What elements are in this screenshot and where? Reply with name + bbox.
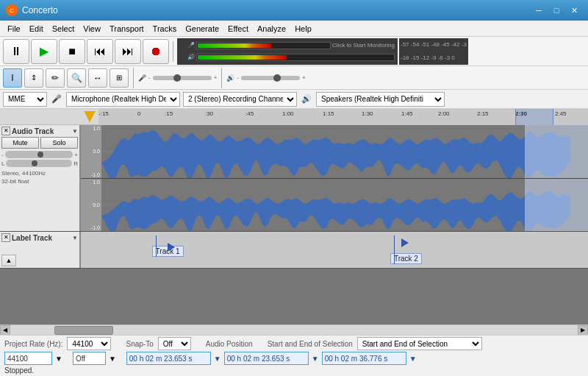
label-track-name: Label Track xyxy=(10,234,72,242)
label-item-2: Track 2 xyxy=(390,235,422,264)
label-track-controls: ✕ Label Track ▼ ▲ xyxy=(0,232,81,268)
label-item-1: Track 1 xyxy=(152,235,184,257)
scroll-left-button[interactable]: ◀ xyxy=(0,325,10,336)
label-track-header: ✕ Label Track ▼ xyxy=(1,233,78,242)
solo-button[interactable]: Solo xyxy=(40,137,78,149)
menu-effect[interactable]: Effect xyxy=(223,23,253,35)
channel1-waveform[interactable] xyxy=(101,125,588,178)
selection-tool-button[interactable]: I xyxy=(3,68,22,88)
menu-view[interactable]: View xyxy=(79,23,105,35)
svg-marker-3 xyxy=(401,238,409,247)
mute-button[interactable]: Mute xyxy=(1,137,39,149)
pan-left: L xyxy=(1,160,4,167)
menu-help[interactable]: Help xyxy=(290,23,316,35)
zoom-tool-button[interactable]: 🔍 xyxy=(67,68,86,88)
draw-tool-button[interactable]: ✏ xyxy=(46,68,65,88)
stopped-label: Stopped. xyxy=(4,366,34,375)
waveform-svg-2 xyxy=(101,179,588,232)
stop-button[interactable]: ■ xyxy=(59,39,85,64)
scale-bot2: -1.0 xyxy=(82,225,100,230)
track-name-label: Audio Track xyxy=(10,127,72,135)
scroll-right-button[interactable]: ▶ xyxy=(578,325,588,336)
menu-edit[interactable]: Edit xyxy=(25,23,48,35)
sel-end-input[interactable] xyxy=(322,352,406,365)
horizontal-scrollbar: ◀ ▶ xyxy=(0,324,588,335)
scale-mid2: 0.0 xyxy=(82,202,100,207)
selection-type-select[interactable]: Start and End of Selection xyxy=(357,337,482,350)
track-close-button[interactable]: ✕ xyxy=(1,127,10,135)
title-bar: C Concerto ─ □ ✕ xyxy=(0,0,588,21)
skip-start-button[interactable]: ⏮ xyxy=(87,39,113,64)
track-bit-label: 32-bit float xyxy=(1,177,78,185)
menu-transport[interactable]: Transport xyxy=(105,23,148,35)
menu-bar: File Edit Select View Transport Tracks G… xyxy=(0,21,588,37)
project-rate-select[interactable]: 44100 xyxy=(67,337,111,350)
menu-select[interactable]: Select xyxy=(48,23,79,35)
snap-to-input[interactable] xyxy=(73,352,106,365)
snap-triangle[interactable] xyxy=(84,111,96,123)
svg-marker-2 xyxy=(168,243,175,252)
track-header: ✕ Audio Track ▼ xyxy=(1,127,78,135)
snap-to-label: Snap-To xyxy=(126,340,153,348)
label-track-content[interactable]: Track 1 Track 2 xyxy=(81,232,588,268)
input-device-select[interactable]: Microphone (Realtek High Defi xyxy=(66,92,180,107)
mute-solo-row: Mute Solo xyxy=(1,137,78,149)
output-device-select[interactable]: Speakers (Realtek High Definiti xyxy=(316,92,445,107)
snap-to-select[interactable]: Off xyxy=(158,337,191,350)
play-button[interactable]: ▶ xyxy=(31,39,57,64)
device-toolbar: MME 🎤 Microphone (Realtek High Defi 2 (S… xyxy=(0,90,588,109)
maximize-button[interactable]: □ xyxy=(548,4,564,17)
separator2 xyxy=(133,68,134,88)
status-text: Stopped. xyxy=(4,366,584,375)
channel2-waveform[interactable] xyxy=(101,179,588,232)
close-button[interactable]: ✕ xyxy=(566,4,582,17)
label-track-close-button[interactable]: ✕ xyxy=(1,233,10,242)
driver-select[interactable]: MME xyxy=(3,92,47,107)
separator xyxy=(173,41,173,62)
minimize-button[interactable]: ─ xyxy=(531,4,547,17)
pause-button[interactable]: ⏸ xyxy=(3,39,29,64)
project-rate-input[interactable] xyxy=(4,352,52,365)
menu-analyze[interactable]: Analyze xyxy=(253,23,290,35)
skip-end-button[interactable]: ⏭ xyxy=(115,39,141,64)
audio-pos-label: Audio Position xyxy=(206,340,253,348)
channel2-scale: 1.0 0.0 -1.0 xyxy=(81,179,101,232)
multi-tool-button[interactable]: ⊞ xyxy=(110,68,129,88)
window-controls: ─ □ ✕ xyxy=(531,4,582,17)
channels-select[interactable]: 2 (Stereo) Recording Channels xyxy=(183,92,297,107)
gain-plus: + xyxy=(74,152,78,158)
sel-start-input[interactable] xyxy=(224,352,309,365)
record-button[interactable]: ⏺ xyxy=(143,39,169,64)
label-track-menu-button[interactable]: ▼ xyxy=(72,235,78,241)
label-track: ✕ Label Track ▼ ▲ Track 1 xyxy=(0,232,588,269)
gain-slider[interactable] xyxy=(5,151,74,158)
audio-position-input[interactable] xyxy=(126,352,211,365)
selection-label: Start and End of Selection xyxy=(268,340,353,348)
scale-mid1: 0.0 xyxy=(82,149,100,154)
waveform-svg-1 xyxy=(101,125,588,178)
track-info: Stereo, 44100Hz 32-bit float xyxy=(1,169,78,185)
label-2-text: Track 2 xyxy=(390,253,422,264)
scale-bot1: -1.0 xyxy=(82,172,100,177)
channel1-scale: 1.0 0.0 -1.0 xyxy=(81,125,101,178)
status-bar: Project Rate (Hz): 44100 Snap-To Off Aud… xyxy=(0,335,588,376)
status-controls-row: Project Rate (Hz): 44100 Snap-To Off Aud… xyxy=(4,337,584,350)
selection-highlight-2 xyxy=(525,179,588,232)
transport-toolbar: ⏸ ▶ ■ ⏮ ⏭ ⏺ 🎤 Click to Start Monitoring … xyxy=(0,37,588,66)
menu-tracks[interactable]: Tracks xyxy=(148,23,182,35)
project-rate-label: Project Rate (Hz): xyxy=(4,340,62,348)
label-up-button[interactable]: ▲ xyxy=(1,255,16,266)
pan-right: R xyxy=(74,160,78,167)
tracks-container: ✕ Audio Track ▼ Mute Solo - + L xyxy=(0,125,588,324)
audio-track-controls: ✕ Audio Track ▼ Mute Solo - + L xyxy=(0,125,81,231)
menu-generate[interactable]: Generate xyxy=(181,23,223,35)
selection-highlight-1 xyxy=(525,125,588,178)
envelope-tool-button[interactable]: ⇕ xyxy=(24,68,43,88)
scroll-thumb[interactable] xyxy=(54,326,113,335)
timeshift-tool-button[interactable]: ↔ xyxy=(88,68,107,88)
scale-top2: 1.0 xyxy=(82,180,100,185)
pan-slider[interactable] xyxy=(6,160,72,167)
gain-row: - + xyxy=(1,151,78,158)
menu-file[interactable]: File xyxy=(3,23,25,35)
track-menu-button[interactable]: ▼ xyxy=(72,128,78,135)
